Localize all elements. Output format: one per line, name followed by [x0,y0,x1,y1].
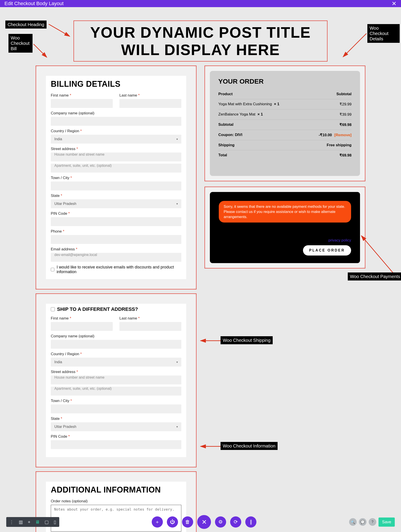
order-shipping-value: Free shipping [327,143,352,147]
arrow-icon [341,33,368,60]
ship-street2-input[interactable]: Apartment, suite, unit, etc. (optional) [51,387,181,396]
titlebar-title: Edit Checkout Body Layout [5,1,63,6]
add-button[interactable]: ＋ [152,516,163,527]
arrow-icon [49,24,73,40]
marketing-optin-label: I would like to receive exclusive emails… [57,265,181,274]
sliders-button[interactable]: ∥ [245,516,256,527]
arrow-icon [33,44,51,62]
city-input[interactable] [51,182,181,190]
phone-input[interactable] [51,235,181,244]
ship-country-value: India [54,360,62,364]
street1-input[interactable]: House number and street name [51,152,181,161]
phone-view-icon[interactable]: ▯ [54,519,56,525]
shipping-title: Ship to a different address? [57,306,138,312]
last-name-input[interactable] [119,99,181,108]
drag-handle-icon[interactable]: ⋮ [9,519,14,525]
annotation-woo-bill: Woo Checkout Bill [8,34,32,53]
module-woo-checkout-shipping[interactable]: Ship to a different address? First name … [36,293,197,467]
arrow-icon [199,338,222,343]
email-input[interactable]: dev-email@wpengine.local [51,253,181,262]
pin-input[interactable] [51,217,181,226]
page-title: Your Dynamic Post Title Will Display Her… [78,24,323,58]
module-checkout-heading[interactable]: Your Dynamic Post Title Will Display Her… [74,20,327,62]
module-woo-checkout-details[interactable]: Your order Product Subtotal Yoga Mat wit… [204,66,365,181]
label-ship-pin: PIN Code * [51,434,181,439]
ship-street1-input[interactable]: House number and street name [51,375,181,384]
billing-title: Billing Details [51,79,181,89]
history-button[interactable]: ⟳ [230,516,241,527]
ship-first-name-input[interactable] [51,322,113,331]
arrow-icon [359,234,395,275]
street2-input[interactable]: Apartment, suite, unit, etc. (optional) [51,164,181,173]
order-coupon-value: -₹10.00 [Remove] [319,133,352,137]
company-input[interactable] [51,117,181,126]
chevron-down-icon: ▾ [176,202,178,205]
order-item-price: ₹39.99 [339,112,352,117]
ship-last-name-input[interactable] [119,322,181,331]
label-city: Town / City * [51,176,181,180]
order-summary-table: Product Subtotal Yoga Mat with Extra Cus… [218,89,352,160]
label-country: Country / Region * [51,129,181,133]
tablet-view-icon[interactable]: ▢ [44,519,49,525]
help-icon[interactable]: ? [369,518,376,526]
wireframe-view-icon[interactable]: ▥ [19,519,23,525]
label-street: Street address * [51,147,181,151]
ship-country-select[interactable]: India ▾ [51,358,181,367]
order-head-subtotal: Subtotal [336,92,352,96]
viewport-toolbar: ⋮ ▥ ⌖ 🖥 ▢ ▯ [6,517,59,527]
trash-button[interactable]: 🗑 [182,516,193,527]
ship-state-select[interactable]: Uttar Pradesh ▾ [51,422,181,431]
close-builder-button[interactable]: ✕ [197,515,211,529]
country-select[interactable]: India ▾ [51,135,181,144]
label-ship-first-name: First name * [51,316,113,321]
svg-line-5 [361,236,394,274]
svg-line-2 [343,33,366,57]
label-phone: Phone * [51,229,181,234]
marketing-optin-checkbox[interactable] [51,267,54,272]
country-value: India [54,137,62,141]
order-shipping-label: Shipping [218,143,234,147]
save-button[interactable]: Save [378,518,395,527]
center-actions: ＋ ⏻ 🗑 ✕ ⚙ ⟳ ∥ [152,515,256,529]
order-total-label: Total [218,153,227,158]
zoom-icon[interactable]: ⌖ [28,519,30,525]
ship-city-input[interactable] [51,405,181,413]
ship-different-checkbox[interactable] [51,307,55,311]
label-first-name: First name * [51,93,113,98]
state-select[interactable]: Uttar Pradesh ▾ [51,199,181,208]
order-item-name: ZenBalance Yoga Mat × 1 [218,112,263,117]
ship-pin-input[interactable] [51,440,181,449]
annotation-checkout-heading: Checkout Heading [5,20,47,29]
label-order-notes: Order notes (optional) [51,499,181,503]
label-email: Email address * [51,247,181,252]
coupon-remove-link[interactable]: [Remove] [334,133,352,137]
chat-icon[interactable]: 💬 [359,518,366,526]
order-coupon-label: Coupon: DIVI [218,133,242,137]
label-last-name: Last name * [119,93,181,98]
svg-line-0 [49,24,70,36]
first-name-input[interactable] [51,99,113,108]
annotation-woo-details: Woo Checkout Details [367,24,400,43]
order-subtotal-value: ₹69.98 [339,122,352,127]
place-order-button[interactable]: PLACE ORDER [303,245,351,255]
search-icon[interactable]: 🔍 [349,518,357,526]
module-woo-checkout-bill[interactable]: Billing Details First name * Last name * [36,66,197,289]
label-ship-street: Street address * [51,370,181,374]
close-icon[interactable]: ✕ [392,0,396,7]
settings-button[interactable]: ⚙ [215,516,226,527]
order-item-name: Yoga Mat with Extra Cushioning × 1 [218,102,279,107]
label-ship-company: Company name (optional) [51,334,181,338]
module-woo-checkout-payments[interactable]: Sorry, it seems that there are no availa… [204,187,365,268]
titlebar: Edit Checkout Body Layout ✕ [0,0,401,7]
order-title: Your order [218,78,352,85]
privacy-policy-link[interactable]: privacy policy [219,238,351,243]
additional-info-title: Additional Information [51,485,181,494]
power-button[interactable]: ⏻ [167,516,178,527]
desktop-view-icon[interactable]: 🖥 [35,519,40,525]
ship-state-value: Uttar Pradesh [54,425,76,429]
payment-notice: Sorry, it seems that there are no availa… [219,201,351,222]
builder-canvas: Checkout Heading Woo Checkout Bill Woo C… [0,7,401,532]
ship-company-input[interactable] [51,340,181,349]
chevron-down-icon: ▾ [176,138,178,141]
order-head-product: Product [218,92,233,96]
